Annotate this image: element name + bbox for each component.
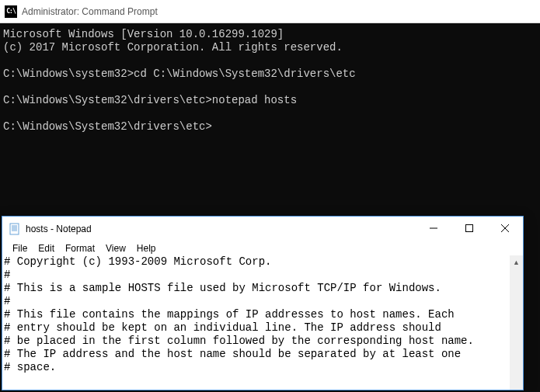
notepad-icon [9,223,21,235]
maximize-button[interactable] [451,217,487,239]
notepad-text-area[interactable]: # Copyright (c) 1993-2009 Microsoft Corp… [2,255,510,390]
cmd-titlebar[interactable]: C:\ Administrator: Command Prompt [0,0,540,23]
close-button[interactable] [487,217,523,239]
notepad-title: hosts - Notepad [26,224,416,234]
menu-view[interactable]: View [100,243,131,254]
scroll-up-arrow-icon[interactable]: ▲ [510,255,523,269]
cmd-icon-label: C:\ [6,8,15,15]
notepad-menubar: FileEditFormatViewHelp [2,241,523,255]
cmd-title: Administrator: Command Prompt [22,6,158,17]
menu-edit[interactable]: Edit [33,243,60,254]
notepad-window: hosts - Notepad FileEditFormatViewHelp #… [2,216,524,390]
cmd-icon: C:\ [5,5,17,18]
notepad-titlebar[interactable]: hosts - Notepad [2,217,523,241]
minimize-button[interactable] [416,217,451,239]
menu-help[interactable]: Help [131,243,162,254]
window-control-buttons [416,217,523,241]
notepad-body-wrap: # Copyright (c) 1993-2009 Microsoft Corp… [2,255,523,390]
menu-format[interactable]: Format [60,243,100,254]
vertical-scrollbar[interactable]: ▲ [510,255,523,390]
svg-rect-6 [466,224,473,231]
menu-file[interactable]: File [7,243,33,254]
